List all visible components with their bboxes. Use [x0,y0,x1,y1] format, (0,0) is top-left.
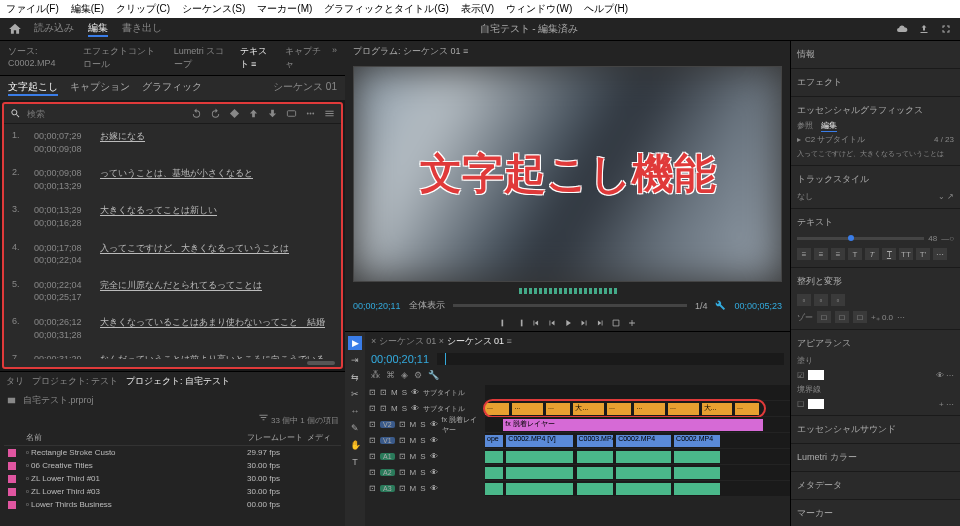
next-icon[interactable] [595,318,605,328]
tsume-btn[interactable]: T' [916,248,930,260]
underline-btn[interactable]: T̲ [882,248,896,260]
settings-icon[interactable]: ⚙ [414,370,422,380]
menu-item[interactable]: マーカー(M) [257,2,312,16]
pen-tool[interactable]: ✎ [348,421,362,435]
col-name[interactable]: 名前 [26,432,247,443]
project-row[interactable]: ▫ ZL Lower Third #0330.00 fps [4,485,341,498]
export-frame-icon[interactable] [611,318,621,328]
more-icon[interactable] [305,108,316,119]
eg-tab-edit[interactable]: 編集 [821,120,837,132]
mark-in-icon[interactable] [499,318,509,328]
workspace-tab[interactable]: 読み込み [34,21,74,37]
timeline-ruler[interactable] [437,353,784,365]
cloud-icon[interactable] [896,23,908,35]
menu-icon[interactable] [324,108,335,119]
zone-1[interactable]: □ [817,311,831,323]
hand-tool[interactable]: ✋ [348,438,362,452]
wrench-icon[interactable] [715,300,726,311]
mark-out-icon[interactable] [515,318,525,328]
timeline-track[interactable]: ⊡A3⊡MS👁 [365,481,790,496]
layer-name[interactable]: C2 サブタイトル [805,134,865,145]
cc-icon[interactable] [286,108,297,119]
source-tab[interactable]: テキスト ≡ [240,45,276,71]
program-tc-left[interactable]: 00;00;20;11 [353,301,401,311]
filter-icon[interactable] [258,412,269,423]
redo-icon[interactable] [210,108,221,119]
align-3[interactable]: ▫ [831,294,845,306]
tab-project-1[interactable]: プロジェクト: テスト [32,375,118,388]
timeline-track[interactable]: ⊡V1⊡MS👁opeC0002.MP4 [V]C0003.MP4C0002.MP… [365,433,790,448]
transcript-row[interactable]: 6.00;00;26;1200;00;31;28大きくなっていることはあまり使わ… [4,310,341,347]
transcript-row[interactable]: 2.00;00;09;0800;00;13;29っていうことは、基地が小さくなる… [4,161,341,198]
down-icon[interactable] [267,108,278,119]
timeline-tc[interactable]: 00;00;20;11 [371,353,429,365]
more-text-btn[interactable]: ⋯ [933,248,947,260]
share-icon[interactable] [918,23,930,35]
menu-item[interactable]: 編集(E) [71,2,104,16]
search-icon[interactable] [10,108,21,119]
font-size-slider[interactable] [797,237,924,240]
seq-tab-2[interactable]: シーケンス 01 [447,336,505,346]
scrollbar-thumb[interactable] [307,361,335,365]
workspace-tab[interactable]: 編集 [88,21,108,37]
marker-icon[interactable]: ◈ [401,370,408,380]
project-row[interactable]: ▫ ZL Lower Third #0130.00 fps [4,472,341,485]
track-select-tool[interactable]: ⇥ [348,353,362,367]
align-center-btn[interactable]: ≡ [814,248,828,260]
play-icon[interactable] [563,318,573,328]
plus-icon[interactable] [627,318,637,328]
seq-tab-1[interactable]: シーケンス 01 [379,336,437,346]
program-tc-right[interactable]: 00;00;05;23 [734,301,782,311]
workspace-tab[interactable]: 書き出し [122,21,162,37]
tab-library[interactable]: タリ [6,375,24,388]
tab-caption[interactable]: キャプション [70,80,130,96]
timeline-track[interactable]: ⊡⊡MS👁サブタイトル [365,385,790,400]
zone-3[interactable]: □ [853,311,867,323]
marker-panel[interactable]: マーカー [797,504,954,523]
tt-btn[interactable]: TT [899,248,913,260]
timeline-track[interactable]: ⊡A1⊡MS👁 [365,449,790,464]
timeline-track[interactable]: ⊡A2⊡MS👁 [365,465,790,480]
source-tab[interactable]: ソース: C0002.MP4 [8,45,73,71]
menu-item[interactable]: シーケンス(S) [182,2,245,16]
zone-2[interactable]: □ [835,311,849,323]
step-fwd-icon[interactable] [579,318,589,328]
undo-icon[interactable] [191,108,202,119]
program-tab[interactable]: プログラム: シーケンス 01 [353,46,461,56]
align-left-btn[interactable]: ≡ [797,248,811,260]
fill-color[interactable] [808,370,824,380]
project-row[interactable]: ▫ Lower Thirds Business00.00 fps [4,498,341,511]
project-row[interactable]: ▫ Rectangle Stroke Custo29.97 fps [4,446,341,459]
ripple-tool[interactable]: ⇆ [348,370,362,384]
col-media[interactable]: メディ [307,432,337,443]
up-icon[interactable] [248,108,259,119]
es-panel[interactable]: エッセンシャルサウンド [797,420,954,439]
fullscreen-icon[interactable] [940,23,952,35]
transcript-row[interactable]: 4.00;00;17;0800;00;22;04入ってこですけど、大きくなるって… [4,236,341,273]
info-panel[interactable]: 情報 [797,45,954,64]
align-1[interactable]: ▫ [797,294,811,306]
slip-tool[interactable]: ↔ [348,404,362,418]
transcript-search-input[interactable] [27,109,185,119]
lumetri-panel[interactable]: Lumetri カラー [797,448,954,467]
menu-item[interactable]: グラフィックとタイトル(G) [324,2,448,16]
type-tool[interactable]: T [348,455,362,469]
menu-item[interactable]: ウィンドウ(W) [506,2,572,16]
razor-tool[interactable]: ✂ [348,387,362,401]
link-icon[interactable]: ⌘ [386,370,395,380]
tab-transcript[interactable]: 文字起こし [8,80,58,96]
zoom-select[interactable]: 全体表示 [409,299,445,312]
wrench-icon-tl[interactable]: 🔧 [428,370,439,380]
meta-panel[interactable]: メタデータ [797,476,954,495]
source-tab[interactable]: キャプチャ [285,45,322,71]
project-row[interactable]: ▫ 06 Creative Titles30.00 fps [4,459,341,472]
transcript-row[interactable]: 3.00;00;13;2900;00;16;28大きくなるってことは新しい [4,198,341,235]
source-tab[interactable]: Lumetri スコープ [174,45,230,71]
transcript-row[interactable]: 7.00;00;31;2900;00;35;27なんだっていうことは前より高いと… [4,347,341,359]
program-scrubber[interactable] [453,304,687,307]
tab-project-2[interactable]: プロジェクト: 自宅テスト [126,375,230,388]
effect-panel[interactable]: エフェクト [797,73,954,92]
stroke-color[interactable] [808,399,824,409]
eg-tab-browse[interactable]: 参照 [797,120,813,132]
transcript-row[interactable]: 5.00;00;22;0400;00;25;17完全に川原なんだとられてるってこ… [4,273,341,310]
